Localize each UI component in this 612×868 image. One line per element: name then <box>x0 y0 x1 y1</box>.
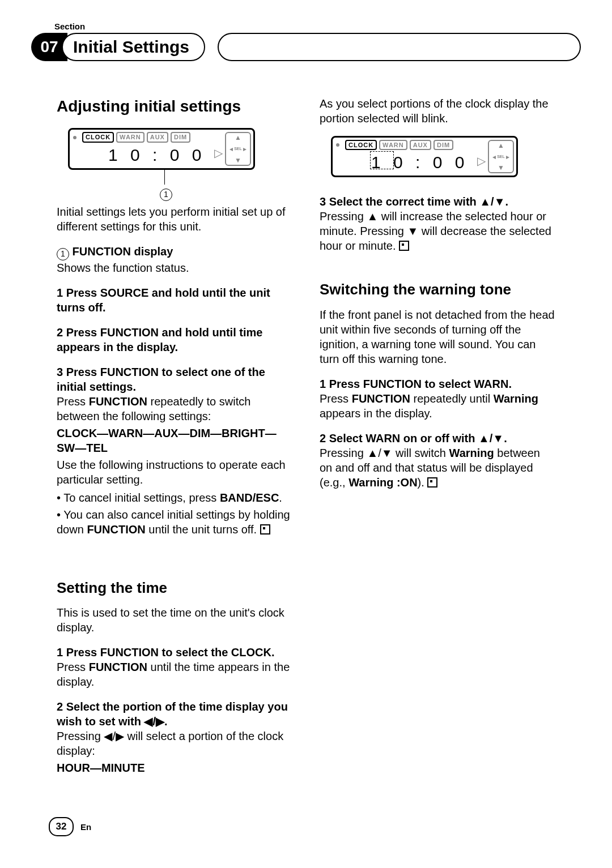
up-down-arrows-icon: ▲/▼ <box>479 195 505 208</box>
lcd-tag-aux: AUX <box>147 132 168 142</box>
lcd-figure-1: CLOCK WARN AUX DIM 1 0 : 0 0 ▷ ▲ ◂SEL▸ ▼… <box>68 128 292 200</box>
step-3-function-select: 3 Press FUNCTION to select one of the in… <box>57 365 292 424</box>
hour-minute-body: As you select portions of the clock disp… <box>320 96 555 126</box>
language-code: En <box>80 822 91 832</box>
play-icon: ▷ <box>214 146 223 160</box>
callout-1-icon: 1 <box>160 189 172 201</box>
header-row: 07 Initial Settings <box>31 33 581 61</box>
up-down-arrows-icon: ▲/▼ <box>367 447 392 459</box>
settings-chain: CLOCK—WARN—AUX—DIM—BRIGHT—SW—TEL <box>57 426 292 455</box>
lcd-navpad: ▲ ◂SEL▸ ▼ <box>225 132 251 165</box>
function-display-text: Shows the function status. <box>57 262 189 274</box>
lcd-tag-dim: DIM <box>171 132 190 142</box>
lcd-tag-warn: WARN <box>116 132 144 142</box>
up-down-arrows-icon: ▲/▼ <box>478 432 504 444</box>
header-empty-pill <box>218 33 581 61</box>
lcd-tag-warn: WARN <box>379 140 407 150</box>
lcd-tag-dim: DIM <box>434 140 453 150</box>
hour-selection-dashed-box <box>370 151 394 169</box>
heading-switching-warning-tone: Switching the warning tone <box>320 280 555 300</box>
function-display-label: FUNCTION display <box>73 245 173 258</box>
play-icon: ▷ <box>477 153 486 168</box>
page-number: 32 <box>49 817 74 836</box>
up-arrow-icon: ▲ <box>367 210 378 223</box>
section-label: Section <box>54 22 85 31</box>
lcd-dot-icon <box>73 136 76 139</box>
lcd-tag-clock: CLOCK <box>345 140 377 150</box>
function-bold: FUNCTION <box>89 395 147 408</box>
use-following-instructions: Use the following instructions to operat… <box>57 457 292 487</box>
footer: 32 En <box>49 817 91 836</box>
step-2-function-hold: 2 Press FUNCTION and hold until time app… <box>57 325 292 354</box>
step-3-body-a: Press <box>57 395 89 408</box>
heading-adjusting-initial-settings: Adjusting initial settings <box>57 96 292 117</box>
warning-intro: If the front panel is not detached from … <box>320 307 555 366</box>
function-display-block: 1 FUNCTION display Shows the function st… <box>57 244 292 275</box>
setting-time-step-1: 1 Press FUNCTION to select the CLOCK. Pr… <box>57 645 292 689</box>
lcd-dot-icon <box>336 143 339 147</box>
callout-1-inline-icon: 1 <box>57 248 69 260</box>
cancel-bullet-1: • To cancel initial settings, press BAND… <box>57 490 292 505</box>
setting-time-step-3: 3 Select the correct time with ▲/▼. Pres… <box>320 194 555 253</box>
setting-time-intro: This is used to set the time on the unit… <box>57 605 292 635</box>
end-mark-icon <box>260 524 270 535</box>
down-arrow-icon: ▼ <box>407 225 419 237</box>
warning-step-1: 1 Press FUNCTION to select WARN. Press F… <box>320 377 555 421</box>
setting-time-step-2: 2 Select the portion of the time display… <box>57 699 292 758</box>
end-mark-icon <box>427 477 437 488</box>
end-mark-icon <box>399 241 409 251</box>
hour-minute-chain: HOUR—MINUTE <box>57 760 292 775</box>
left-right-arrows-icon: ◀/▶ <box>144 715 164 728</box>
step-3-line: 3 Press FUNCTION to select one of the in… <box>57 366 265 393</box>
left-right-arrows-icon: ◀/▶ <box>104 730 124 742</box>
lcd-time: 1 0 : 0 0 <box>108 144 205 166</box>
step-1-source-off: 1 Press SOURCE and hold until the unit t… <box>57 285 292 315</box>
lcd-figure-2: CLOCK WARN AUX DIM 1 0 : 0 0 ▷ ▲ ◂SEL▸ ▼ <box>331 136 555 177</box>
page-content: Adjusting initial settings CLOCK WARN AU… <box>57 96 555 800</box>
warning-step-2: 2 Select WARN on or off with ▲/▼. Pressi… <box>320 431 555 490</box>
lcd-tag-clock: CLOCK <box>82 132 114 142</box>
heading-setting-the-time: Setting the time <box>57 579 292 598</box>
intro-text: Initial settings lets you perform initia… <box>57 204 292 234</box>
st1-line: 1 Press FUNCTION to select the CLOCK. <box>57 646 275 659</box>
chapter-title-pill: Initial Settings <box>62 33 205 61</box>
cancel-bullet-2: • You can also cancel initial settings b… <box>57 507 292 537</box>
lcd-navpad: ▲ ◂SEL▸ ▼ <box>488 140 514 173</box>
lcd-tag-aux: AUX <box>410 140 431 150</box>
